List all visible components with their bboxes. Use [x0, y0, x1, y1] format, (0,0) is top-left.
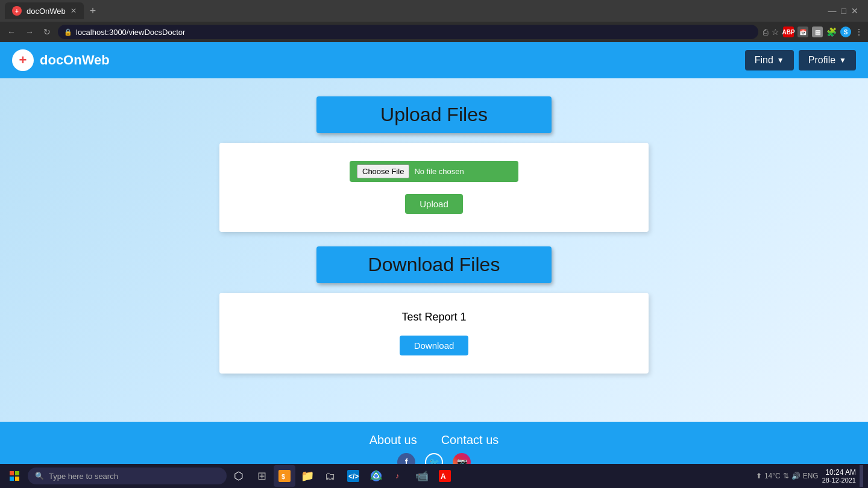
taskbar-app-video[interactable]: 📹 — [411, 465, 433, 487]
search-placeholder: Type here to search — [49, 472, 118, 481]
taskbar-app-cash[interactable]: $ — [274, 465, 295, 487]
taskbar: 🔍 Type here to search ⬡ ⊞ $ 📁 🗂 </> ♪ 📹 … — [0, 464, 868, 488]
browser-chrome: + docOnWeb ✕ + — □ ✕ ← → ↻ 🔒 localhost:3… — [0, 0, 868, 42]
taskbar-app-explorer[interactable]: 🗂 — [319, 465, 341, 487]
account-icon[interactable]: S — [840, 27, 851, 37]
upload-button[interactable]: Upload — [405, 194, 463, 214]
show-desktop-button[interactable] — [860, 465, 863, 487]
find-arrow-icon: ▼ — [777, 56, 784, 64]
forward-button[interactable]: → — [23, 26, 36, 38]
window-controls: — □ ✕ — [828, 6, 863, 16]
clock-time: 10:24 AM — [822, 468, 856, 477]
svg-text:$: $ — [281, 473, 285, 480]
download-button[interactable]: Download — [400, 336, 469, 355]
brand: + docOnWeb — [12, 49, 110, 71]
contact-us-link[interactable]: Contact us — [441, 433, 499, 447]
profile-arrow-icon: ▼ — [839, 56, 846, 64]
close-tab-button[interactable]: ✕ — [71, 7, 77, 15]
footer-links: About us Contact us — [370, 433, 499, 447]
profile-label: Profile — [808, 55, 835, 66]
taskbar-app-folder[interactable]: 📁 — [297, 465, 318, 487]
extensions-icon[interactable]: 🧩 — [826, 27, 837, 37]
choose-file-button[interactable]: Choose File — [357, 164, 409, 178]
new-tab-button[interactable]: + — [86, 5, 100, 17]
restore-button[interactable]: □ — [841, 6, 846, 16]
svg-text:A: A — [441, 472, 446, 481]
language-label: ENG — [803, 472, 819, 480]
taskbar-app-music[interactable]: ♪ — [388, 465, 410, 487]
tab-title: docOnWeb — [27, 7, 66, 16]
menu-icon[interactable]: ⋮ — [855, 27, 863, 37]
main-content: Upload Files Choose File No file chosen … — [0, 78, 868, 422]
find-dropdown-button[interactable]: Find ▼ — [745, 50, 794, 70]
temperature: 14°C — [764, 472, 781, 480]
network-icon: ⇅ — [783, 472, 789, 480]
svg-rect-3 — [15, 477, 19, 481]
find-label: Find — [755, 55, 773, 66]
clock-date: 28-12-2021 — [822, 477, 856, 484]
brand-icon: + — [12, 49, 34, 71]
tab-bar: + docOnWeb ✕ + — □ ✕ — [0, 0, 868, 22]
temp-icon: ⬆ — [756, 472, 762, 480]
tab-favicon: + — [12, 6, 22, 16]
taskbar-search[interactable]: 🔍 Type here to search — [28, 468, 227, 484]
volume-icon: 🔊 — [791, 472, 800, 480]
nav-right: Find ▼ Profile ▼ — [745, 50, 856, 70]
plus-icon: + — [19, 52, 27, 68]
taskbar-app-acrobat[interactable]: A — [434, 465, 456, 487]
share-icon[interactable]: ⎙ — [763, 27, 768, 37]
upload-section-header: Upload Files — [316, 96, 552, 133]
svg-rect-2 — [10, 477, 14, 481]
address-bar: ← → ↻ 🔒 localhost:3000/viewDocsDoctor ⎙ … — [0, 22, 868, 42]
app-navbar: + docOnWeb Find ▼ Profile ▼ — [0, 42, 868, 78]
svg-rect-0 — [10, 471, 14, 475]
close-button[interactable]: ✕ — [851, 6, 858, 16]
lock-icon: 🔒 — [64, 28, 72, 36]
taskbar-app-chrome[interactable] — [365, 465, 387, 487]
url-text: localhost:3000/viewDocsDoctor — [76, 28, 185, 37]
clock: 10:24 AM 28-12-2021 — [822, 468, 856, 484]
svg-point-10 — [374, 474, 378, 478]
system-tray-icons: ⬆ 14°C ⇅ 🔊 ENG — [756, 472, 819, 480]
svg-text:♪: ♪ — [395, 472, 399, 480]
url-box[interactable]: 🔒 localhost:3000/viewDocsDoctor — [58, 25, 758, 39]
bookmark-icon[interactable]: ☆ — [772, 27, 779, 37]
svg-rect-1 — [15, 471, 19, 475]
search-icon: 🔍 — [35, 472, 44, 480]
taskbar-app-vscode[interactable]: </> — [342, 465, 364, 487]
upload-card: Choose File No file chosen Upload — [219, 143, 649, 232]
download-card: Test Report 1 Download — [219, 293, 649, 374]
active-tab[interactable]: + docOnWeb ✕ — [5, 2, 84, 19]
svg-text:</>: </> — [348, 472, 359, 481]
report-name: Test Report 1 — [401, 311, 466, 324]
start-button[interactable] — [2, 465, 27, 487]
profile-dropdown-button[interactable]: Profile ▼ — [799, 50, 856, 70]
file-chosen-label: No file chosen — [414, 167, 464, 176]
refresh-button[interactable]: ↻ — [41, 26, 53, 38]
minimize-button[interactable]: — — [828, 6, 837, 16]
back-button[interactable]: ← — [5, 26, 18, 38]
file-input-wrapper: Choose File No file chosen — [350, 161, 518, 182]
about-us-link[interactable]: About us — [370, 433, 417, 447]
svg-rect-11 — [393, 470, 405, 482]
calendar-extension-icon[interactable]: 📅 — [797, 27, 808, 37]
abp-extension-icon[interactable]: ABP — [783, 27, 794, 37]
taskbar-app-cortana[interactable]: ⬡ — [228, 465, 250, 487]
taskbar-right: ⬆ 14°C ⇅ 🔊 ENG 10:24 AM 28-12-2021 — [756, 465, 866, 487]
toolbar-icons: ⎙ ☆ ABP 📅 ▤ 🧩 S ⋮ — [763, 27, 863, 37]
download-section-header: Download Files — [316, 246, 552, 283]
ext2-icon[interactable]: ▤ — [812, 27, 823, 37]
brand-name: docOnWeb — [40, 52, 110, 68]
taskbar-app-taskview[interactable]: ⊞ — [251, 465, 272, 487]
